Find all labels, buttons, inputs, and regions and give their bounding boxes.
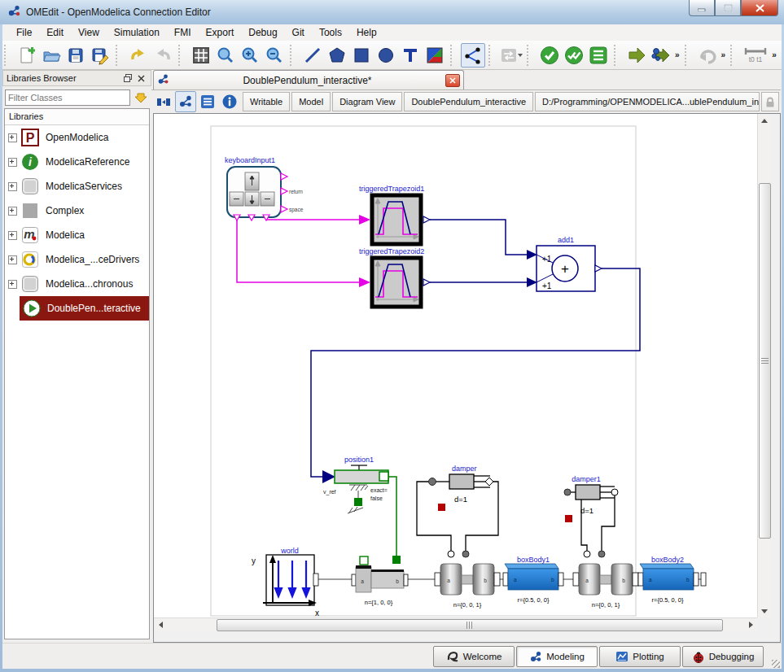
library-item-modelicareference[interactable]: i ModelicaReference [5,150,149,174]
toolbar-overflow-1[interactable]: » [673,50,681,59]
component-position1[interactable]: position1 v_ref [322,456,388,513]
scroll-up-button[interactable] [758,114,771,127]
menu-fmi[interactable]: FMI [167,25,199,40]
diagram-canvas[interactable]: keyboardInput1 [154,114,757,617]
text-view-button[interactable] [197,91,218,112]
vertical-scrollbar[interactable] [757,114,770,617]
menu-edit[interactable]: Edit [39,25,71,40]
polygon-shape-button[interactable] [325,43,349,68]
toolbar-handle[interactable] [116,45,121,66]
diagram-view-button[interactable] [175,91,196,112]
instantiate-model-button[interactable] [586,43,611,68]
bitmap-shape-button[interactable] [423,43,447,68]
component-revolute1[interactable]: a b n={0, 0, 1} [573,564,638,609]
title-bar[interactable]: OMEdit - OpenModelica Connection Editor [0,0,784,24]
new-modelica-class-button[interactable] [15,43,39,68]
documentation-view-button[interactable] [219,91,240,112]
expand-icon[interactable] [8,158,17,167]
library-item-modelicaservices[interactable]: ModelicaServices [5,174,149,199]
perspective-modeling[interactable]: Modeling [516,646,598,667]
connection-damper-right[interactable] [466,482,498,551]
text-shape-button[interactable] [398,43,423,68]
perspective-welcome[interactable]: Welcome [433,646,515,667]
library-item-doublependulum-interactive[interactable]: DoublePen...teractive [20,296,149,321]
simulate-with-animation-button[interactable] [649,43,673,68]
minimize-button[interactable] [689,0,715,16]
menu-simulation[interactable]: Simulation [107,25,167,40]
transition-mode-button[interactable] [499,43,523,68]
connection-position-prismatic[interactable] [388,477,396,558]
icon-view-button[interactable] [153,91,174,112]
library-item-complex[interactable]: Complex [5,199,149,223]
component-keyboardinput1[interactable]: keyboardInput1 [225,156,304,220]
undo-button[interactable] [126,43,151,68]
horizontal-scrollbar[interactable] [154,617,757,631]
diagram-view[interactable]: keyboardInput1 [154,114,757,617]
ellipse-shape-button[interactable] [374,43,398,68]
toolbar-handle[interactable] [290,45,296,66]
expand-icon[interactable] [8,280,17,289]
menu-file[interactable]: File [9,25,39,40]
open-model-button[interactable] [39,43,64,68]
dock-float-button[interactable] [121,72,134,84]
scroll-right-button[interactable] [744,618,757,631]
connection-keyboard-trap2[interactable] [237,220,359,282]
tab-close-button[interactable] [445,74,460,87]
expand-icon[interactable] [8,231,17,240]
component-boxbody2[interactable]: boxBody2 a b r={0.5, 0, 0} [638,556,706,604]
maximize-button[interactable] [715,0,741,16]
component-revolute[interactable]: a b n={0, 0, 1} [435,564,500,609]
scroll-down-button[interactable] [758,604,771,617]
component-triggeredtrapezoid1[interactable]: triggeredTrapezoid1 [359,185,430,244]
expand-icon[interactable] [8,207,17,216]
toolbar-overflow-3[interactable]: » [770,50,778,59]
save-as-button[interactable] [88,43,112,68]
component-boxbody1[interactable]: boxBody1 a b r={0.5, 0, 0} [503,556,563,604]
menu-help[interactable]: Help [349,25,384,40]
library-item-openmodelica[interactable]: P OpenModelica [5,125,149,150]
redo-button[interactable] [151,43,175,68]
filter-expand-button[interactable] [133,89,149,106]
library-item-modelica[interactable]: m Modelica [5,223,149,247]
toolbar-handle[interactable] [527,45,532,66]
component-damper1[interactable]: damper1 d=1 [564,475,618,557]
scroll-left-button[interactable] [154,618,167,631]
re-simulate-button[interactable] [695,43,720,68]
menu-export[interactable]: Export [199,25,242,40]
toolbar-handle[interactable] [4,45,10,66]
horizontal-scroll-thumb[interactable] [217,619,723,631]
expand-icon[interactable] [8,133,17,142]
connection-add-position[interactable] [311,268,640,477]
check-all-models-button[interactable] [562,43,586,68]
menu-git[interactable]: Git [285,25,312,40]
toolbar-overflow-2[interactable]: » [720,50,728,59]
library-item-modelica-synchronous[interactable]: Modelica...chronous [5,272,149,296]
perspective-debugging[interactable]: Debugging [682,646,764,667]
toolbar-handle[interactable] [685,45,690,66]
show-grid-button[interactable] [189,43,213,68]
rectangle-shape-button[interactable] [349,43,374,68]
dock-close-button[interactable] [134,72,147,84]
connection-damper-left[interactable] [417,482,451,551]
simulate-button[interactable] [624,43,649,68]
zoom-in-button[interactable] [238,43,262,68]
toolbar-handle[interactable] [178,45,184,66]
close-button[interactable] [741,0,778,16]
line-shape-button[interactable] [300,43,325,68]
library-item-modelica-devicedrivers[interactable]: Modelica_...ceDrivers [5,247,149,272]
menu-debug[interactable]: Debug [241,25,284,40]
toolbar-handle[interactable] [614,45,620,66]
check-model-button[interactable] [537,43,562,68]
connect-mode-button[interactable] [461,43,485,68]
expand-icon[interactable] [8,182,17,191]
connection-keyboard-trap1[interactable] [266,220,359,220]
menu-tools[interactable]: Tools [312,25,349,40]
toolbar-handle[interactable] [488,45,494,66]
expand-icon[interactable] [8,255,17,264]
component-add1[interactable]: add1 +1 +1 + [537,236,602,291]
toolbar-handle[interactable] [450,45,456,66]
connection-damper1-right[interactable] [602,495,615,551]
component-damper[interactable]: damper d=1 [417,465,498,557]
resize-grip[interactable] [772,660,780,668]
perspective-plotting[interactable]: Plotting [599,646,681,667]
